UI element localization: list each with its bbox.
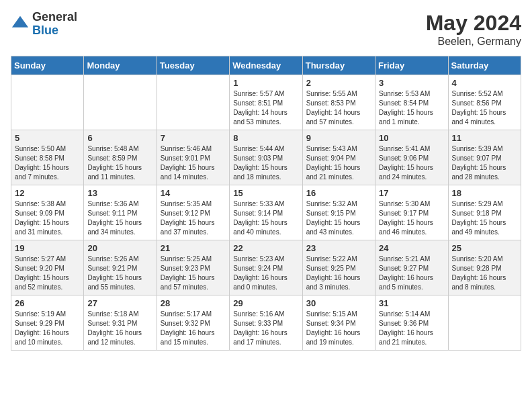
- day-info: Sunrise: 5:36 AM Sunset: 9:11 PM Dayligh…: [87, 199, 152, 237]
- day-number: 25: [452, 243, 517, 253]
- day-number: 27: [87, 298, 152, 308]
- day-number: 7: [161, 133, 226, 143]
- svg-marker-0: [12, 16, 28, 28]
- day-number: 8: [233, 133, 298, 143]
- calendar-day-15: 15Sunrise: 5:33 AM Sunset: 9:14 PM Dayli…: [230, 185, 302, 240]
- calendar-day-14: 14Sunrise: 5:35 AM Sunset: 9:12 PM Dayli…: [157, 185, 229, 240]
- logo-text: General Blue: [32, 11, 77, 38]
- logo-blue: Blue: [32, 24, 77, 38]
- weekday-header-wednesday: Wednesday: [230, 56, 302, 75]
- calendar-day-26: 26Sunrise: 5:19 AM Sunset: 9:29 PM Dayli…: [11, 295, 84, 351]
- day-info: Sunrise: 5:17 AM Sunset: 9:32 PM Dayligh…: [161, 310, 226, 347]
- calendar-day-6: 6Sunrise: 5:48 AM Sunset: 8:59 PM Daylig…: [84, 130, 157, 185]
- day-number: 28: [161, 298, 226, 308]
- calendar-day-3: 3Sunrise: 5:53 AM Sunset: 8:54 PM Daylig…: [375, 75, 448, 130]
- day-number: 31: [379, 298, 444, 308]
- day-number: 2: [306, 78, 371, 88]
- calendar-day-25: 25Sunrise: 5:20 AM Sunset: 9:28 PM Dayli…: [448, 240, 521, 295]
- day-info: Sunrise: 5:44 AM Sunset: 9:03 PM Dayligh…: [233, 144, 298, 182]
- day-info: Sunrise: 5:39 AM Sunset: 9:07 PM Dayligh…: [452, 144, 517, 182]
- day-info: Sunrise: 5:27 AM Sunset: 9:20 PM Dayligh…: [15, 255, 80, 292]
- calendar-day-12: 12Sunrise: 5:38 AM Sunset: 9:09 PM Dayli…: [11, 185, 84, 240]
- day-number: 24: [379, 243, 444, 253]
- day-number: 11: [452, 133, 517, 143]
- day-info: Sunrise: 5:22 AM Sunset: 9:25 PM Dayligh…: [306, 255, 371, 292]
- calendar-day-10: 10Sunrise: 5:41 AM Sunset: 9:06 PM Dayli…: [375, 130, 448, 185]
- calendar-day-21: 21Sunrise: 5:25 AM Sunset: 9:23 PM Dayli…: [157, 240, 229, 295]
- calendar-day-4: 4Sunrise: 5:52 AM Sunset: 8:56 PM Daylig…: [448, 75, 521, 130]
- calendar-week-row: 1Sunrise: 5:57 AM Sunset: 8:51 PM Daylig…: [11, 75, 521, 130]
- day-number: 14: [161, 188, 226, 198]
- calendar-week-row: 12Sunrise: 5:38 AM Sunset: 9:09 PM Dayli…: [11, 185, 521, 240]
- calendar-day-8: 8Sunrise: 5:44 AM Sunset: 9:03 PM Daylig…: [230, 130, 302, 185]
- day-number: 16: [306, 188, 371, 198]
- weekday-header-friday: Friday: [375, 56, 448, 75]
- calendar-week-row: 5Sunrise: 5:50 AM Sunset: 8:58 PM Daylig…: [11, 130, 521, 185]
- day-number: 6: [87, 133, 152, 143]
- weekday-header-thursday: Thursday: [302, 56, 375, 75]
- day-number: 13: [87, 188, 152, 198]
- calendar-day-17: 17Sunrise: 5:30 AM Sunset: 9:17 PM Dayli…: [375, 185, 448, 240]
- day-number: 9: [306, 133, 371, 143]
- calendar-day-16: 16Sunrise: 5:32 AM Sunset: 9:15 PM Dayli…: [302, 185, 375, 240]
- day-info: Sunrise: 5:41 AM Sunset: 9:06 PM Dayligh…: [379, 144, 444, 182]
- day-info: Sunrise: 5:46 AM Sunset: 9:01 PM Dayligh…: [161, 144, 226, 182]
- calendar-day-23: 23Sunrise: 5:22 AM Sunset: 9:25 PM Dayli…: [302, 240, 375, 295]
- weekday-header-sunday: Sunday: [11, 56, 84, 75]
- day-number: 4: [452, 78, 517, 88]
- day-number: 30: [306, 298, 371, 308]
- day-info: Sunrise: 5:43 AM Sunset: 9:04 PM Dayligh…: [306, 144, 371, 182]
- calendar-day-19: 19Sunrise: 5:27 AM Sunset: 9:20 PM Dayli…: [11, 240, 84, 295]
- calendar-day-1: 1Sunrise: 5:57 AM Sunset: 8:51 PM Daylig…: [230, 75, 302, 130]
- calendar-day-13: 13Sunrise: 5:36 AM Sunset: 9:11 PM Dayli…: [84, 185, 157, 240]
- day-number: 23: [306, 243, 371, 253]
- calendar-day-31: 31Sunrise: 5:14 AM Sunset: 9:36 PM Dayli…: [375, 295, 448, 351]
- day-number: 17: [379, 188, 444, 198]
- logo-icon: [11, 15, 30, 34]
- day-info: Sunrise: 5:29 AM Sunset: 9:18 PM Dayligh…: [452, 199, 517, 237]
- calendar-day-27: 27Sunrise: 5:18 AM Sunset: 9:31 PM Dayli…: [84, 295, 157, 351]
- calendar-table: SundayMondayTuesdayWednesdayThursdayFrid…: [11, 56, 521, 351]
- empty-day-cell: [157, 75, 229, 130]
- calendar-day-11: 11Sunrise: 5:39 AM Sunset: 9:07 PM Dayli…: [448, 130, 521, 185]
- empty-day-cell: [11, 75, 84, 130]
- day-info: Sunrise: 5:50 AM Sunset: 8:58 PM Dayligh…: [15, 144, 80, 182]
- calendar-week-row: 26Sunrise: 5:19 AM Sunset: 9:29 PM Dayli…: [11, 295, 521, 351]
- day-info: Sunrise: 5:55 AM Sunset: 8:53 PM Dayligh…: [306, 89, 371, 127]
- day-info: Sunrise: 5:35 AM Sunset: 9:12 PM Dayligh…: [161, 199, 226, 237]
- calendar-day-9: 9Sunrise: 5:43 AM Sunset: 9:04 PM Daylig…: [302, 130, 375, 185]
- day-info: Sunrise: 5:19 AM Sunset: 9:29 PM Dayligh…: [15, 310, 80, 347]
- day-info: Sunrise: 5:18 AM Sunset: 9:31 PM Dayligh…: [87, 310, 152, 347]
- calendar-day-24: 24Sunrise: 5:21 AM Sunset: 9:27 PM Dayli…: [375, 240, 448, 295]
- day-info: Sunrise: 5:48 AM Sunset: 8:59 PM Dayligh…: [87, 144, 152, 182]
- day-info: Sunrise: 5:14 AM Sunset: 9:36 PM Dayligh…: [379, 310, 444, 347]
- day-info: Sunrise: 5:23 AM Sunset: 9:24 PM Dayligh…: [233, 255, 298, 292]
- day-number: 12: [15, 188, 80, 198]
- calendar-day-20: 20Sunrise: 5:26 AM Sunset: 9:21 PM Dayli…: [84, 240, 157, 295]
- day-info: Sunrise: 5:57 AM Sunset: 8:51 PM Dayligh…: [233, 89, 298, 127]
- calendar-day-29: 29Sunrise: 5:16 AM Sunset: 9:33 PM Dayli…: [230, 295, 302, 351]
- day-number: 5: [15, 133, 80, 143]
- day-info: Sunrise: 5:26 AM Sunset: 9:21 PM Dayligh…: [87, 255, 152, 292]
- day-info: Sunrise: 5:33 AM Sunset: 9:14 PM Dayligh…: [233, 199, 298, 237]
- calendar-day-5: 5Sunrise: 5:50 AM Sunset: 8:58 PM Daylig…: [11, 130, 84, 185]
- empty-day-cell: [448, 295, 521, 351]
- day-number: 26: [15, 298, 80, 308]
- day-info: Sunrise: 5:21 AM Sunset: 9:27 PM Dayligh…: [379, 255, 444, 292]
- calendar-day-28: 28Sunrise: 5:17 AM Sunset: 9:32 PM Dayli…: [157, 295, 229, 351]
- calendar-location: Beelen, Germany: [426, 36, 521, 48]
- day-info: Sunrise: 5:38 AM Sunset: 9:09 PM Dayligh…: [15, 199, 80, 237]
- day-info: Sunrise: 5:15 AM Sunset: 9:34 PM Dayligh…: [306, 310, 371, 347]
- logo-general: General: [32, 11, 77, 24]
- weekday-header-monday: Monday: [84, 56, 157, 75]
- day-info: Sunrise: 5:52 AM Sunset: 8:56 PM Dayligh…: [452, 89, 517, 127]
- title-block: May 2024 Beelen, Germany: [426, 11, 521, 48]
- weekday-header-row: SundayMondayTuesdayWednesdayThursdayFrid…: [11, 56, 521, 75]
- day-info: Sunrise: 5:16 AM Sunset: 9:33 PM Dayligh…: [233, 310, 298, 347]
- day-info: Sunrise: 5:30 AM Sunset: 9:17 PM Dayligh…: [379, 199, 444, 237]
- day-info: Sunrise: 5:20 AM Sunset: 9:28 PM Dayligh…: [452, 255, 517, 292]
- day-number: 22: [233, 243, 298, 253]
- day-info: Sunrise: 5:32 AM Sunset: 9:15 PM Dayligh…: [306, 199, 371, 237]
- day-number: 20: [87, 243, 152, 253]
- page-header: General Blue May 2024 Beelen, Germany: [11, 11, 521, 48]
